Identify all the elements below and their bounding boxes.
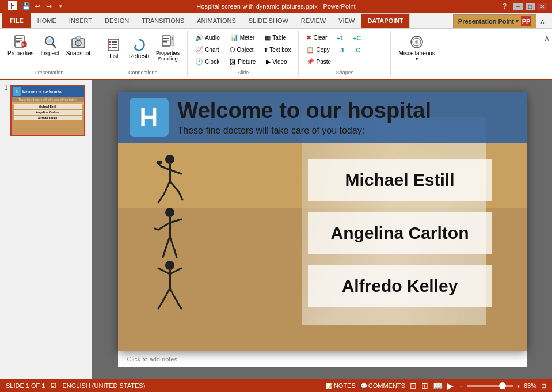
svg-rect-15 [112, 41, 117, 43]
svg-point-40 [165, 208, 174, 217]
svg-point-8 [47, 39, 52, 43]
plusc-btn[interactable]: +C [350, 33, 364, 43]
refresh-btn[interactable]: Refresh [126, 35, 152, 61]
zoom-in-btn[interactable]: ＋ [515, 382, 521, 390]
tab-review[interactable]: REVIEW [295, 13, 332, 28]
slide-canvas[interactable]: H Welcome to our hospital These fine doc… [118, 92, 527, 351]
inspect-btn[interactable]: Inspect [38, 32, 62, 58]
audio-icon: 🔊 [195, 34, 203, 41]
slideshow-btn[interactable]: ▶ [447, 381, 454, 390]
pp-label: Presentation Point [458, 18, 514, 25]
thumb-name-3: Alfredo Kelley [14, 116, 82, 120]
zoom-out-btn[interactable]: － [458, 382, 465, 390]
tab-home[interactable]: HOME [31, 13, 63, 28]
svg-line-42 [158, 223, 170, 230]
svg-line-39 [178, 191, 182, 200]
help-btn[interactable]: ? [502, 2, 507, 10]
svg-rect-12 [76, 37, 81, 39]
list-btn[interactable]: List [103, 35, 125, 61]
chart-icon: 📈 [195, 46, 203, 54]
picture-btn[interactable]: 🖼 Picture [227, 57, 258, 67]
clear-btn[interactable]: ✖ Clear [303, 32, 330, 43]
paste-label: Paste [316, 59, 331, 65]
notes-btn[interactable]: 📝 NOTES [326, 382, 356, 389]
minus1-btn[interactable]: -1 [336, 45, 348, 55]
svg-rect-26 [172, 37, 173, 40]
properties-scroll-btn[interactable]: Properties Scrolling [153, 32, 182, 63]
collapse-ribbon-btn[interactable]: ∧ [544, 33, 550, 43]
slide-title: Welcome to our hospital [178, 99, 432, 123]
textbox-btn[interactable]: T Text box [261, 45, 294, 55]
doctor-box-1: Michael Estill [308, 159, 492, 201]
notes-placeholder: Click to add notes [127, 356, 177, 363]
presentation-point-button[interactable]: Presentation Point ▾ PP [453, 14, 536, 28]
slide-sorter-btn[interactable]: ⊞ [421, 381, 428, 390]
video-btn[interactable]: ▶ Video [263, 56, 290, 67]
svg-line-32 [161, 166, 170, 170]
thumb-h-icon: H [13, 87, 21, 96]
meter-btn[interactable]: 📊 Meter [227, 32, 258, 43]
clock-icon: 🕐 [195, 58, 203, 66]
tab-file[interactable]: FILE [2, 13, 31, 28]
minusc-btn[interactable]: -C [351, 45, 364, 55]
accessibility-icon[interactable]: ☑ [51, 382, 56, 390]
minimize-btn[interactable]: ─ [513, 3, 523, 10]
clear-icon: ✖ [306, 34, 311, 41]
close-btn[interactable]: ✕ [537, 3, 547, 10]
object-icon: ⬡ [230, 46, 235, 54]
minusc-label: -C [354, 47, 361, 54]
svg-line-47 [170, 237, 174, 250]
paste-icon: 📌 [306, 58, 314, 66]
tab-transitions[interactable]: TRANSITIONS [135, 13, 191, 28]
chart-label: Chart [205, 47, 219, 53]
svg-line-54 [158, 301, 163, 309]
picture-icon: 🖼 [230, 59, 236, 66]
slide-info: SLIDE 1 OF 1 [6, 382, 45, 389]
undo-btn[interactable]: ↩ [32, 1, 43, 12]
copy-btn[interactable]: 📋 Copy [303, 44, 332, 55]
svg-text:i: i [22, 43, 24, 47]
comments-btn[interactable]: 💬 COMMENTS [360, 382, 405, 389]
misc-btn[interactable]: Miscellaneous ▾ [395, 32, 437, 63]
collapse-ribbon-btn[interactable]: ∧ [540, 17, 545, 25]
svg-line-35 [170, 170, 181, 174]
maximize-btn[interactable]: □ [526, 3, 535, 10]
svg-point-49 [165, 261, 174, 270]
slide-thumbnail-1[interactable]: H Welcome to our hospital These fine doc… [10, 85, 85, 136]
doctor-name-1: Michael Estill [345, 170, 454, 190]
audio-btn[interactable]: 🔊 Audio [192, 32, 223, 43]
save-btn[interactable]: 💾 [21, 1, 31, 12]
table-btn[interactable]: ▦ Table [262, 32, 289, 43]
tab-view[interactable]: VIEW [332, 13, 361, 28]
object-btn[interactable]: ⬡ Object [227, 44, 257, 55]
reading-view-btn[interactable]: 📖 [433, 381, 443, 390]
tab-slideshow[interactable]: SLIDE SHOW [242, 13, 295, 28]
paste-btn[interactable]: 📌 Paste [303, 56, 334, 67]
notes-bar[interactable]: Click to add notes [118, 351, 527, 367]
more-btn[interactable]: ▾ [55, 1, 66, 12]
svg-rect-2 [16, 40, 22, 41]
svg-rect-25 [172, 36, 174, 46]
chart-btn[interactable]: 📈 Chart [192, 44, 222, 55]
doctor-box-3: Alfredo Kelley [308, 265, 492, 307]
plus1-btn[interactable]: +1 [333, 33, 347, 43]
tab-datapoint[interactable]: DATAPOINT [361, 13, 410, 28]
tab-animations[interactable]: ANIMATIONS [191, 13, 242, 28]
svg-line-55 [170, 288, 177, 301]
clock-btn[interactable]: 🕐 Clock [192, 56, 222, 67]
fit-btn[interactable]: ⊡ [541, 382, 546, 390]
redo-btn[interactable]: ↪ [44, 1, 54, 12]
snapshot-label: Snapshot [66, 50, 90, 56]
thumb-title: Welcome to our hospital [22, 90, 63, 93]
meter-icon: 📊 [230, 34, 238, 41]
snapshot-btn[interactable]: Snapshot [63, 32, 93, 58]
normal-view-btn[interactable]: ⊡ [410, 381, 417, 390]
tab-insert[interactable]: INSERT [63, 13, 98, 28]
ribbon-group-slide: 🔊 Audio 📊 Meter ▦ Table 📈 Chart [188, 31, 299, 77]
svg-rect-19 [112, 47, 117, 48]
minus1-label: -1 [339, 47, 345, 54]
tab-design[interactable]: DESIGN [98, 13, 135, 28]
zoom-slider[interactable] [467, 385, 513, 387]
slide-group-label: Slide [237, 67, 249, 75]
properties-btn[interactable]: i Properties [5, 32, 37, 58]
